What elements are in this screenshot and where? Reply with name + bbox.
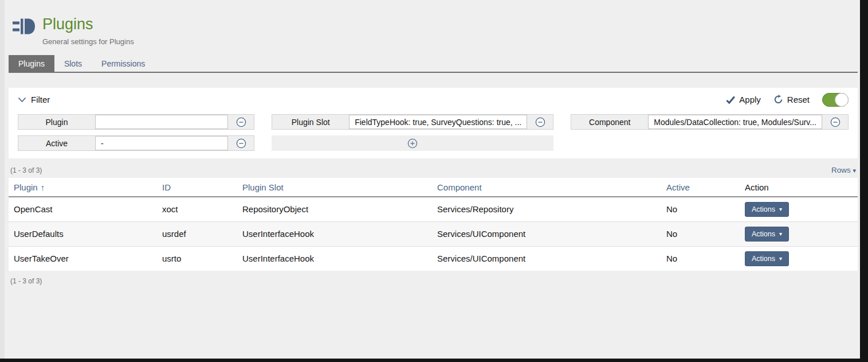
- caret-down-icon: ▾: [779, 255, 782, 262]
- actions-button-label: Actions: [752, 205, 775, 213]
- caret-down-icon: ▾: [853, 167, 856, 174]
- tab-plugins[interactable]: Plugins: [9, 55, 54, 72]
- tabs-bar: Plugins Slots Permissions: [9, 55, 858, 73]
- page-title: Plugins: [42, 15, 134, 33]
- table-header-row: Plugin↑ ID Plugin Slot Component Active …: [9, 178, 858, 197]
- filter-body-spacer: [571, 135, 849, 151]
- filter-field-plugin: Plugin: [18, 114, 254, 130]
- cell-active: No: [661, 221, 740, 246]
- filter-controls: Apply Reset: [726, 93, 849, 107]
- cell-plugin-slot: UserInterfaceHook: [237, 221, 432, 246]
- filter-field-plugin-input[interactable]: [95, 115, 228, 129]
- result-count-top: (1 - 3 of 3): [10, 166, 42, 174]
- page-header: Plugins General settings for Plugins: [0, 0, 860, 46]
- filter-field-active-input[interactable]: -: [95, 136, 228, 150]
- arrow-up-icon: ↑: [41, 182, 45, 192]
- remove-filter-active-button[interactable]: [228, 136, 254, 150]
- filter-field-component: Component Modules/DataCollection: true, …: [571, 114, 849, 130]
- actions-button-label: Actions: [752, 230, 775, 238]
- tab-slots[interactable]: Slots: [54, 55, 92, 72]
- cell-component: Services/UIComponent: [432, 246, 661, 271]
- filter-toggle[interactable]: [822, 93, 849, 107]
- filter-field-component-label: Component: [571, 115, 648, 129]
- refresh-icon: [773, 95, 783, 104]
- table-row: UserTakeOver usrto UserInterfaceHook Ser…: [9, 246, 858, 271]
- filter-field-plugin-slot: Plugin Slot FieldTypeHook: true, SurveyQ…: [272, 114, 553, 130]
- remove-filter-plugin-button[interactable]: [228, 115, 254, 129]
- column-header-plugin[interactable]: Plugin↑: [9, 178, 157, 197]
- column-header-active[interactable]: Active: [661, 178, 740, 197]
- filter-field-active: Active -: [18, 135, 254, 151]
- filter-field-component-input[interactable]: Modules/DataCollection: true, Modules/Su…: [648, 115, 822, 129]
- column-header-plugin-label: Plugin: [14, 182, 38, 192]
- table-row: UserDefaults usrdef UserInterfaceHook Se…: [9, 221, 858, 246]
- filter-field-plugin-slot-input[interactable]: FieldTypeHook: true, SurveyQuestions: tr…: [349, 115, 527, 129]
- minus-circle-icon: [535, 117, 545, 127]
- result-count-bottom: (1 - 3 of 3): [9, 271, 858, 291]
- filter-field-plugin-label: Plugin: [18, 115, 95, 129]
- plug-icon: [13, 18, 36, 34]
- rows-dropdown-label: Rows: [831, 166, 851, 174]
- left-edge-strip: [0, 0, 5, 359]
- minus-circle-icon: [236, 138, 246, 149]
- actions-button[interactable]: Actions▾: [745, 202, 789, 217]
- check-icon: [726, 96, 735, 104]
- app-window: Plugins General settings for Plugins Plu…: [0, 0, 860, 359]
- column-header-component[interactable]: Component: [432, 178, 661, 197]
- filter-panel: Filter Apply: [9, 88, 858, 158]
- filter-collapse-control[interactable]: Filter: [18, 95, 50, 104]
- cell-plugin: UserDefaults: [9, 221, 157, 246]
- column-header-plugin-slot[interactable]: Plugin Slot: [237, 178, 432, 197]
- table-row: OpenCast xoct RepositoryObject Services/…: [9, 197, 858, 221]
- reset-button[interactable]: Reset: [773, 95, 810, 104]
- remove-filter-plugin-slot-button[interactable]: [527, 115, 553, 129]
- caret-down-icon: ▾: [779, 206, 782, 212]
- cell-plugin: OpenCast: [9, 197, 157, 221]
- cell-id: usrdef: [157, 221, 237, 246]
- add-filter-button[interactable]: [272, 135, 553, 151]
- cell-plugin-slot: RepositoryObject: [237, 197, 432, 221]
- tab-permissions[interactable]: Permissions: [92, 55, 155, 72]
- filter-field-active-label: Active: [18, 136, 95, 150]
- table-meta-row: (1 - 3 of 3) Rows ▾: [9, 166, 858, 174]
- minus-circle-icon: [830, 117, 840, 127]
- reset-label: Reset: [787, 95, 810, 104]
- page-subtitle: General settings for Plugins: [42, 37, 134, 46]
- cell-component: Services/Repository: [432, 197, 661, 221]
- plus-circle-icon: [407, 138, 418, 149]
- plugins-table: Plugin↑ ID Plugin Slot Component Active …: [9, 178, 858, 271]
- cell-id: xoct: [157, 197, 237, 221]
- cell-plugin-slot: UserInterfaceHook: [237, 246, 432, 271]
- cell-component: Services/UIComponent: [432, 221, 661, 246]
- toggle-knob: [835, 93, 849, 107]
- header-texts: Plugins General settings for Plugins: [42, 15, 134, 46]
- minus-circle-icon: [236, 117, 246, 127]
- actions-button-label: Actions: [752, 255, 775, 263]
- actions-button[interactable]: Actions▾: [745, 227, 789, 242]
- column-header-action: Action: [740, 178, 858, 197]
- remove-filter-component-button[interactable]: [822, 115, 848, 129]
- filter-field-plugin-slot-label: Plugin Slot: [272, 115, 349, 129]
- cell-id: usrto: [157, 246, 237, 271]
- cell-active: No: [661, 246, 740, 271]
- chevron-down-icon: [18, 97, 26, 103]
- actions-button[interactable]: Actions▾: [745, 251, 789, 266]
- apply-button[interactable]: Apply: [726, 95, 761, 104]
- apply-label: Apply: [739, 95, 761, 104]
- cell-plugin: UserTakeOver: [9, 246, 157, 271]
- filter-body: Plugin Plugin Slot FieldTypeHook: true, …: [9, 111, 858, 158]
- cell-active: No: [661, 197, 740, 221]
- rows-dropdown[interactable]: Rows ▾: [831, 166, 856, 174]
- column-header-id[interactable]: ID: [157, 178, 237, 197]
- filter-header: Filter Apply: [9, 88, 858, 111]
- filter-title: Filter: [31, 95, 50, 104]
- plugins-table-panel: Plugin↑ ID Plugin Slot Component Active …: [9, 178, 858, 271]
- caret-down-icon: ▾: [779, 231, 782, 237]
